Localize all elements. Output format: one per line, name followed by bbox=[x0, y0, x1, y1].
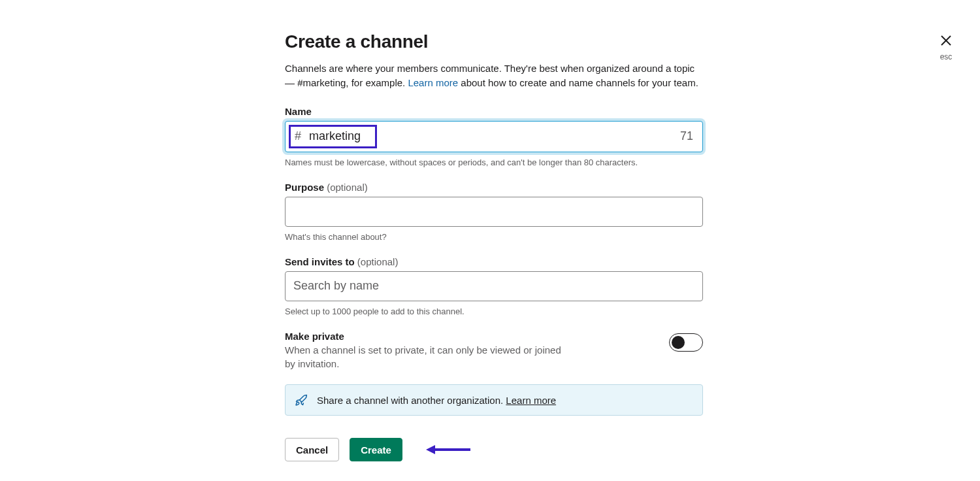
invites-label-text: Send invites to bbox=[285, 256, 357, 267]
private-title: Make private bbox=[285, 331, 566, 342]
invites-optional: (optional) bbox=[357, 256, 399, 267]
purpose-label: Purpose (optional) bbox=[285, 182, 703, 193]
purpose-field-block: Purpose (optional) What's this channel a… bbox=[285, 182, 703, 242]
modal-footer: Cancel Create bbox=[285, 438, 703, 461]
purpose-input[interactable] bbox=[285, 197, 703, 227]
private-row: Make private When a channel is set to pr… bbox=[285, 331, 703, 372]
create-button[interactable]: Create bbox=[350, 438, 402, 461]
modal-description-text-after: about how to create and name channels fo… bbox=[458, 77, 698, 88]
hash-icon: # bbox=[295, 129, 301, 143]
rocket-icon bbox=[295, 393, 308, 406]
purpose-label-text: Purpose bbox=[285, 182, 327, 193]
modal-title: Create a channel bbox=[285, 31, 703, 52]
channel-name-input[interactable] bbox=[309, 129, 680, 143]
create-channel-modal: Create a channel Channels are where your… bbox=[285, 31, 703, 461]
invites-label: Send invites to (optional) bbox=[285, 256, 703, 267]
invites-input[interactable] bbox=[285, 271, 703, 301]
purpose-help: What's this channel about? bbox=[285, 232, 703, 242]
private-toggle[interactable] bbox=[669, 333, 703, 352]
name-label: Name bbox=[285, 106, 703, 117]
private-text: Make private When a channel is set to pr… bbox=[285, 331, 566, 372]
modal-description: Channels are where your members communic… bbox=[285, 61, 703, 90]
share-banner-text-inner: Share a channel with another organizatio… bbox=[317, 395, 506, 406]
private-desc: When a channel is set to private, it can… bbox=[285, 343, 566, 372]
svg-marker-3 bbox=[426, 445, 435, 454]
close-button[interactable]: esc bbox=[939, 34, 953, 61]
annotation-arrow bbox=[426, 443, 472, 456]
name-field-block: Name # 71 Names must be lowercase, witho… bbox=[285, 106, 703, 167]
share-banner: Share a channel with another organizatio… bbox=[285, 384, 703, 416]
char-remaining: 71 bbox=[680, 129, 693, 143]
toggle-knob bbox=[672, 336, 685, 349]
close-label: esc bbox=[940, 52, 953, 61]
invites-field-block: Send invites to (optional) Select up to … bbox=[285, 256, 703, 316]
share-banner-text: Share a channel with another organizatio… bbox=[317, 395, 556, 406]
share-learn-more-link[interactable]: Learn more bbox=[506, 395, 556, 406]
learn-more-link[interactable]: Learn more bbox=[408, 77, 458, 88]
name-input-wrapper: # 71 bbox=[285, 121, 703, 152]
name-help: Names must be lowercase, without spaces … bbox=[285, 158, 703, 167]
cancel-button[interactable]: Cancel bbox=[285, 438, 339, 461]
invites-help: Select up to 1000 people to add to this … bbox=[285, 307, 703, 316]
purpose-optional: (optional) bbox=[327, 182, 368, 193]
close-icon bbox=[939, 34, 953, 51]
